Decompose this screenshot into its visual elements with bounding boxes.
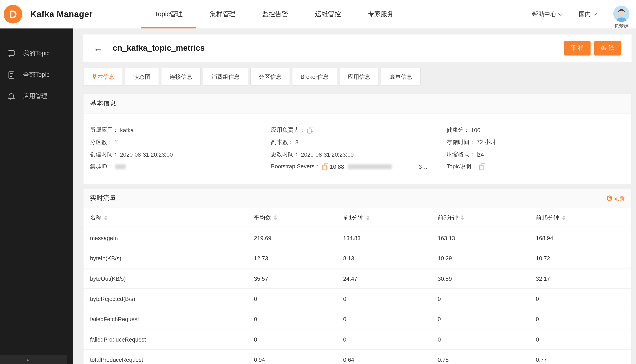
sidebar-collapse-button[interactable]: « xyxy=(0,355,67,364)
app-title: Kafka Manager xyxy=(30,10,93,19)
header-actions: 采 样 编 辑 xyxy=(564,41,621,56)
main-content: ← cn_kafka_topic_metrics 采 样 编 辑 基本信息 状态… xyxy=(73,28,636,364)
copy-icon[interactable] xyxy=(479,163,485,170)
field-cluster-id: 集群ID： xyxy=(90,161,271,173)
tab-broker-info[interactable]: Broker信息 xyxy=(292,68,337,86)
metric-1min: 0 xyxy=(343,296,438,302)
sidebar-item-label: 我的Topic xyxy=(23,50,50,57)
sidebar-item-my-topic[interactable]: 我的Topic xyxy=(0,43,73,64)
metric-name: byteIn(KB/s) xyxy=(90,255,254,262)
user-name: 包梦婷 xyxy=(614,22,628,30)
region-label: 国内 xyxy=(579,10,591,18)
realtime-traffic-section: 实时流量 刷新 名称 平均数 前1分钟 xyxy=(83,188,632,364)
region-select[interactable]: 国内 xyxy=(579,10,596,18)
metric-5min: 0 xyxy=(438,296,536,302)
sort-icon[interactable] xyxy=(562,216,565,220)
sort-icon[interactable] xyxy=(104,216,108,220)
field-value-fragment: 3… xyxy=(419,163,428,170)
field-value: 1 xyxy=(114,139,118,146)
chevron-down-icon xyxy=(558,12,562,16)
field-value: 3 xyxy=(295,139,298,146)
column-header-last-15min[interactable]: 前15分钟 xyxy=(536,214,631,222)
metric-name: failedProduceRequest xyxy=(90,336,254,342)
edit-button[interactable]: 编 辑 xyxy=(594,41,621,56)
metric-average: 219.69 xyxy=(254,235,343,241)
column-header-name[interactable]: 名称 xyxy=(90,214,254,222)
chat-bubble-icon xyxy=(7,49,16,58)
field-value: 10.88. xyxy=(330,163,346,170)
field-health-score: 健康分： 100 xyxy=(446,124,624,136)
field-label: 应用负责人： xyxy=(271,126,305,134)
nav-item-cluster-management[interactable]: 集群管理 xyxy=(196,0,249,28)
sample-button[interactable]: 采 样 xyxy=(564,41,590,56)
sort-icon[interactable] xyxy=(274,216,277,220)
document-icon xyxy=(7,70,16,80)
nav-item-monitor-alert[interactable]: 监控告警 xyxy=(249,0,302,28)
metric-15min: 0.77 xyxy=(536,356,631,363)
metric-15min: 10.72 xyxy=(536,255,631,262)
field-label: 创建时间： xyxy=(90,151,118,158)
back-arrow-icon[interactable]: ← xyxy=(94,43,103,54)
sort-icon[interactable] xyxy=(366,216,370,220)
tab-billing-info[interactable]: 账单信息 xyxy=(381,68,421,86)
detail-tabs: 基本信息 状态图 连接信息 消费组信息 分区信息 Broker信息 应用信息 账… xyxy=(83,68,632,86)
main-nav: Topic管理 集群管理 监控告警 运维管控 专家服务 xyxy=(142,0,407,28)
field-label: 健康分： xyxy=(446,126,469,134)
tab-status-chart[interactable]: 状态图 xyxy=(125,68,159,86)
metric-5min: 30.89 xyxy=(438,275,536,282)
app-logo-icon: D xyxy=(4,5,22,24)
column-label: 前1分钟 xyxy=(343,214,363,222)
tab-consumer-group-info[interactable]: 消费组信息 xyxy=(203,68,248,86)
help-center-link[interactable]: 帮助中心 xyxy=(532,10,562,18)
refresh-button[interactable]: 刷新 xyxy=(607,194,625,202)
table-row: byteIn(KB/s) 12.73 8.13 10.29 10.72 xyxy=(84,248,631,268)
field-bootstrap-servers: Bootstrap Severs： 10.88. 3… xyxy=(271,161,446,173)
help-center-label: 帮助中心 xyxy=(532,10,556,18)
sidebar-item-label: 应用管理 xyxy=(23,92,47,100)
column-label: 前5分钟 xyxy=(438,214,458,222)
field-label: 存储时间： xyxy=(446,139,475,146)
nav-item-topic-management[interactable]: Topic管理 xyxy=(142,0,196,28)
field-partition-count: 分区数： 1 xyxy=(90,136,271,148)
column-header-last-5min[interactable]: 前5分钟 xyxy=(438,214,536,222)
field-label: 所属应用： xyxy=(90,126,118,134)
copy-icon[interactable] xyxy=(308,127,313,134)
column-label: 平均数 xyxy=(254,214,271,222)
column-header-last-1min[interactable]: 前1分钟 xyxy=(343,214,438,222)
metric-average: 0.94 xyxy=(254,356,343,363)
metric-1min: 0.64 xyxy=(343,356,438,363)
sidebar: 我的Topic 全部Topic 应用管理 « xyxy=(0,28,73,364)
field-modify-time: 更改时间： 2020-08-31 20:23:00 xyxy=(271,148,446,161)
chevron-down-icon xyxy=(593,12,597,16)
sort-icon[interactable] xyxy=(461,216,464,220)
tab-app-info[interactable]: 应用信息 xyxy=(339,68,379,86)
sidebar-item-app-management[interactable]: 应用管理 xyxy=(0,86,73,107)
tab-basic-info[interactable]: 基本信息 xyxy=(83,68,123,86)
tab-partition-info[interactable]: 分区信息 xyxy=(250,68,290,86)
redacted-value xyxy=(115,164,126,169)
top-navbar: D Kafka Manager Topic管理 集群管理 监控告警 运维管控 专… xyxy=(0,0,636,28)
metric-15min: 168.94 xyxy=(536,235,631,241)
metric-name: messageIn xyxy=(90,235,254,241)
tab-connection-info[interactable]: 连接信息 xyxy=(161,68,201,86)
field-label: Topic说明： xyxy=(446,163,477,170)
field-topic-description: Topic说明： xyxy=(446,161,624,173)
user-menu[interactable]: 包梦婷 xyxy=(613,6,630,30)
field-app-owner: 应用负责人： xyxy=(271,124,446,136)
metric-1min: 24.47 xyxy=(343,275,438,282)
realtime-traffic-header: 实时流量 刷新 xyxy=(84,188,631,208)
metric-15min: 0 xyxy=(536,296,631,302)
field-compression-format: 压缩格式： lz4 xyxy=(446,148,624,161)
nav-item-expert-service[interactable]: 专家服务 xyxy=(354,0,407,28)
nav-item-ops-control[interactable]: 运维管控 xyxy=(302,0,354,28)
metric-name: byteOut(KB/s) xyxy=(90,275,254,282)
copy-icon[interactable] xyxy=(323,163,328,170)
metric-name: totalProduceRequest xyxy=(90,356,254,363)
column-header-average[interactable]: 平均数 xyxy=(254,214,343,222)
field-create-time: 创建时间： 2020-08-31 20:23:00 xyxy=(90,148,271,161)
field-label: 更改时间： xyxy=(271,151,299,158)
navbar-right: 帮助中心 国内 包梦婷 xyxy=(532,0,630,30)
metric-15min: 0 xyxy=(536,336,631,342)
sidebar-item-all-topic[interactable]: 全部Topic xyxy=(0,64,73,86)
field-value: lz4 xyxy=(477,151,484,158)
